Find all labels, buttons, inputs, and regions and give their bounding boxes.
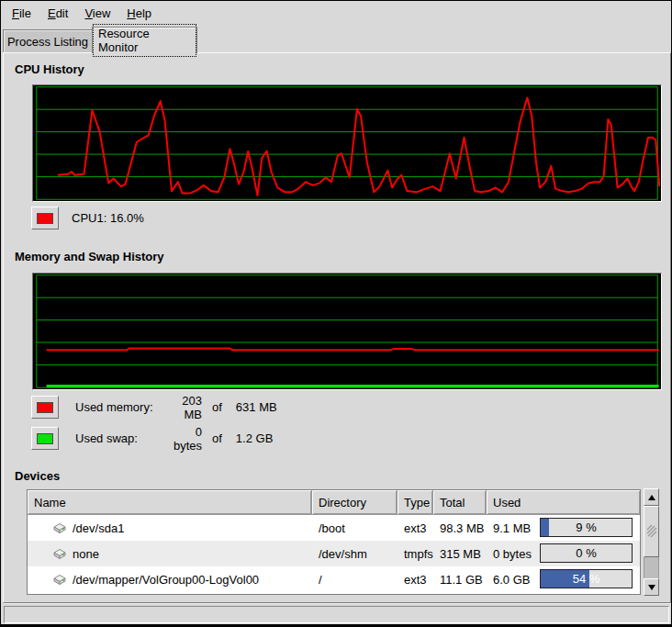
device-type-cell: tmpfs bbox=[398, 541, 433, 566]
disk-drive-icon bbox=[51, 574, 67, 586]
scrollbar-up-button[interactable] bbox=[644, 488, 659, 506]
column-header-type[interactable]: Type bbox=[398, 490, 433, 515]
cpu-color-swatch bbox=[37, 213, 53, 224]
usage-progress-bar: 9 % bbox=[540, 518, 633, 537]
device-used-cell: 0 bytes0 % bbox=[487, 541, 640, 566]
device-row-0[interactable]: /dev/sda1/bootext398.3 MB9.1 MB9 % bbox=[28, 515, 640, 541]
memory-used-value: 203 MB bbox=[164, 394, 202, 421]
device-directory-cell: /dev/shm bbox=[312, 541, 398, 566]
device-total-cell: 98.3 MB bbox=[433, 515, 487, 541]
device-directory-cell: /boot bbox=[312, 515, 398, 541]
thumb-grip-icon bbox=[646, 524, 657, 539]
tab-resource-monitor-label: Resource Monitor bbox=[93, 24, 196, 57]
usage-percent-label: 54 % bbox=[541, 570, 632, 588]
cpu-color-button[interactable] bbox=[31, 207, 59, 230]
series-used-memory bbox=[47, 349, 659, 351]
memory-history-title: Memory and Swap History bbox=[15, 250, 164, 263]
menu-edit[interactable]: Edit bbox=[39, 2, 76, 25]
menu-file[interactable]: File bbox=[4, 2, 39, 25]
disk-drive-icon bbox=[51, 522, 67, 534]
cpu-legend-label: CPU1: 16.0% bbox=[72, 207, 144, 230]
usage-progress-bar: 0 % bbox=[540, 543, 633, 563]
column-header-used[interactable]: Used bbox=[487, 490, 640, 515]
tab-resource-monitor[interactable]: Resource Monitor bbox=[92, 27, 197, 53]
cpu-history-plot bbox=[34, 86, 660, 200]
memory-color-button[interactable] bbox=[31, 396, 59, 419]
device-name: /dev/mapper/VolGroup00-LogVol00 bbox=[73, 573, 259, 587]
device-name: /dev/sda1 bbox=[73, 521, 124, 535]
swap-legend-label: Used swap: bbox=[75, 431, 164, 445]
scrollbar-trough[interactable] bbox=[644, 557, 659, 578]
column-header-directory[interactable]: Directory bbox=[312, 490, 398, 515]
memory-total-value: 631 MB bbox=[236, 400, 277, 414]
swap-of-text: of bbox=[212, 431, 222, 445]
swap-color-swatch bbox=[37, 433, 53, 444]
cpu-history-graph bbox=[32, 84, 662, 202]
device-name-cell: /dev/mapper/VolGroup00-LogVol00 bbox=[28, 566, 312, 592]
memory-color-swatch bbox=[37, 402, 53, 413]
memory-of-text: of bbox=[212, 400, 222, 414]
memory-swap-plot bbox=[34, 274, 660, 388]
cpu-history-title: CPU History bbox=[15, 62, 84, 76]
device-total-cell: 315 MB bbox=[433, 541, 487, 566]
swap-total-value: 1.2 GB bbox=[236, 431, 273, 445]
scroll-up-icon bbox=[648, 495, 655, 500]
device-used-cell: 6.0 GB54 % bbox=[487, 566, 640, 592]
usage-progress-bar: 54 % bbox=[540, 569, 633, 588]
devices-table-body: /dev/sda1/bootext398.3 MB9.1 MB9 %none/d… bbox=[28, 515, 640, 592]
device-type-cell: ext3 bbox=[398, 566, 433, 592]
scrollbar-thumb[interactable] bbox=[644, 506, 659, 557]
devices-table-header: Name Directory Type Total Used bbox=[28, 490, 640, 515]
column-header-name[interactable]: Name bbox=[28, 490, 312, 515]
device-total-cell: 11.1 GB bbox=[433, 566, 487, 592]
device-row-2[interactable]: /dev/mapper/VolGroup00-LogVol00/ext311.1… bbox=[28, 566, 640, 592]
swap-color-button[interactable] bbox=[31, 427, 59, 450]
menubar: File Edit View Help bbox=[2, 1, 670, 26]
tab-process-listing-label: Process Listing bbox=[7, 35, 88, 49]
memory-legend: Used memory: 203 MB of 631 MB bbox=[75, 396, 277, 419]
device-used-cell: 9.1 MB9 % bbox=[487, 515, 640, 541]
series-cpu1 bbox=[58, 97, 659, 196]
system-monitor-window: File Edit View Help Process Listing Reso… bbox=[0, 0, 672, 627]
device-name-cell: /dev/sda1 bbox=[28, 515, 312, 541]
device-name: none bbox=[73, 547, 99, 561]
tab-process-listing[interactable]: Process Listing bbox=[3, 29, 93, 53]
device-name-cell: none bbox=[28, 541, 312, 566]
device-row-1[interactable]: none/dev/shmtmpfs315 MB0 bytes0 % bbox=[28, 541, 640, 566]
menu-view[interactable]: View bbox=[76, 2, 118, 25]
menu-help[interactable]: Help bbox=[118, 2, 160, 25]
column-header-total[interactable]: Total bbox=[433, 490, 487, 515]
scrollbar-down-button[interactable] bbox=[644, 578, 659, 596]
memory-swap-graph bbox=[32, 273, 662, 390]
devices-scrollbar[interactable] bbox=[644, 488, 659, 596]
devices-title: Devices bbox=[15, 469, 60, 483]
swap-legend: Used swap: 0 bytes of 1.2 GB bbox=[75, 427, 273, 450]
device-directory-cell: / bbox=[312, 566, 398, 592]
devices-table: Name Directory Type Total Used /dev/sda1… bbox=[27, 489, 641, 595]
memory-legend-label: Used memory: bbox=[75, 400, 164, 414]
swap-used-value: 0 bytes bbox=[164, 425, 202, 453]
scroll-down-icon bbox=[648, 585, 655, 590]
disk-drive-icon bbox=[51, 548, 67, 560]
usage-percent-label: 9 % bbox=[541, 519, 632, 536]
usage-percent-label: 0 % bbox=[541, 544, 632, 562]
statusbar bbox=[4, 606, 669, 623]
device-type-cell: ext3 bbox=[398, 515, 433, 541]
